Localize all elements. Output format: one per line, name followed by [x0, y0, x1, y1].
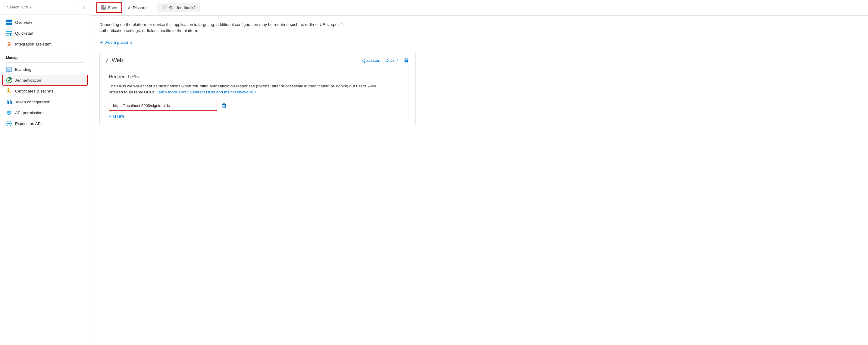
- grid-icon: [6, 19, 12, 25]
- manage-divider: [6, 62, 84, 63]
- toolbar: Save ✕ Discard 🤍 Got feedback?: [90, 0, 868, 16]
- svg-rect-6: [6, 35, 9, 36]
- sidebar-divider: [6, 51, 84, 51]
- svg-point-15: [8, 90, 9, 91]
- trash-icon: [403, 57, 409, 63]
- uri-row: [109, 101, 406, 111]
- redirect-uris-description: The URIs we will accept as destinations …: [109, 83, 380, 96]
- learn-more-link[interactable]: Learn more about Redirect URIs and their…: [156, 90, 256, 94]
- web-platform-card: ∧ Web Quickstart Docs ↗: [99, 53, 416, 126]
- uri-input-field[interactable]: [109, 101, 217, 111]
- add-platform-button[interactable]: + Add a platform: [99, 39, 132, 45]
- web-quickstart-button[interactable]: Quickstart: [362, 58, 380, 63]
- sidebar-item-overview[interactable]: Overview: [0, 17, 90, 28]
- svg-rect-33: [405, 60, 406, 62]
- trash-icon-2: [221, 103, 227, 109]
- svg-rect-19: [11, 101, 12, 104]
- discard-button[interactable]: ✕ Discard: [123, 4, 151, 12]
- web-delete-button[interactable]: [403, 57, 409, 63]
- svg-rect-13: [7, 70, 9, 70]
- svg-point-26: [8, 123, 10, 124]
- svg-rect-30: [102, 5, 104, 7]
- web-docs-button[interactable]: Docs ↗: [385, 58, 399, 63]
- svg-rect-0: [6, 20, 9, 22]
- collapse-sidebar-button[interactable]: «: [81, 3, 87, 11]
- sidebar-item-quickstart[interactable]: Quickstart: [0, 28, 90, 38]
- save-button[interactable]: Save: [96, 2, 122, 13]
- svg-rect-2: [6, 23, 9, 25]
- svg-rect-16: [7, 100, 7, 104]
- toolbar-separator: [154, 4, 154, 11]
- key-icon: [6, 88, 12, 94]
- external-link-icon: ↗: [396, 58, 399, 62]
- svg-rect-38: [223, 105, 223, 107]
- svg-rect-1: [9, 20, 12, 22]
- svg-marker-7: [10, 34, 12, 36]
- svg-rect-3: [9, 23, 12, 25]
- svg-rect-34: [406, 60, 407, 62]
- svg-rect-11: [7, 68, 11, 68]
- svg-rect-17: [8, 101, 9, 104]
- external-link-icon-2: ↗: [254, 90, 257, 94]
- sidebar-item-certificates[interactable]: Certificates & secrets: [0, 86, 90, 96]
- sidebar-item-token-configuration[interactable]: Token configuration: [0, 96, 90, 107]
- uri-delete-button[interactable]: [221, 103, 227, 109]
- search-input[interactable]: [4, 3, 79, 11]
- svg-rect-39: [223, 105, 224, 107]
- svg-point-25: [10, 123, 12, 124]
- svg-rect-40: [225, 105, 225, 107]
- svg-point-8: [8, 43, 10, 44]
- sidebar-navigation: Overview Quickstart: [0, 14, 90, 345]
- expose-icon: [6, 121, 12, 127]
- sidebar-item-branding[interactable]: Branding: [0, 64, 90, 75]
- manage-section-label: Manage: [0, 52, 90, 61]
- plus-icon: +: [99, 39, 103, 45]
- svg-point-14: [7, 77, 12, 83]
- svg-rect-4: [6, 31, 12, 32]
- quickstart-icon: [6, 30, 12, 36]
- svg-rect-35: [407, 60, 408, 62]
- sidebar: « Overview: [0, 0, 90, 345]
- rocket-icon: [6, 41, 12, 47]
- redirect-uris-title: Redirect URIs: [109, 74, 406, 80]
- search-bar: «: [0, 0, 90, 14]
- content-area: Depending on the platform or device this…: [90, 16, 868, 345]
- web-card-header: ∧ Web Quickstart Docs ↗: [100, 53, 415, 68]
- svg-rect-18: [10, 99, 10, 104]
- sidebar-item-authentication[interactable]: Authentication: [2, 75, 88, 86]
- discard-icon: ✕: [127, 5, 131, 10]
- auth-icon: [6, 77, 12, 83]
- svg-rect-12: [7, 69, 10, 70]
- web-card-actions: Quickstart Docs ↗: [362, 57, 409, 63]
- main-content: Save ✕ Discard 🤍 Got feedback? Depending…: [90, 0, 868, 345]
- web-title: ∧ Web: [106, 57, 123, 64]
- svg-rect-5: [6, 33, 12, 34]
- page-description: Depending on the platform or device this…: [99, 22, 371, 34]
- add-uri-button[interactable]: Add URI: [109, 115, 124, 119]
- heart-icon: 🤍: [161, 5, 167, 10]
- branding-icon: [6, 66, 12, 72]
- save-icon: [101, 5, 106, 10]
- api-icon: [6, 110, 12, 116]
- feedback-button[interactable]: 🤍 Got feedback?: [157, 3, 200, 12]
- chevron-up-icon[interactable]: ∧: [106, 58, 109, 63]
- sidebar-item-integration-assistant[interactable]: Integration assistant: [0, 38, 90, 50]
- web-card-body: Redirect URIs The URIs we will accept as…: [100, 68, 415, 125]
- token-icon: [6, 99, 12, 105]
- svg-rect-32: [102, 7, 105, 9]
- sidebar-item-expose-api[interactable]: Expose an API: [0, 118, 90, 129]
- svg-point-24: [7, 123, 8, 124]
- sidebar-item-api-permissions[interactable]: API permissions: [0, 107, 90, 118]
